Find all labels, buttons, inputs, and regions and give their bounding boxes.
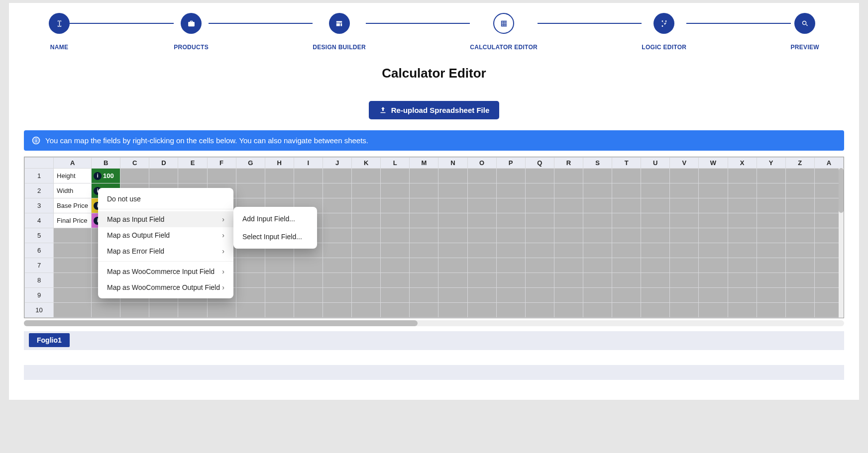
cell[interactable]	[381, 169, 410, 183]
cell[interactable]	[670, 228, 699, 243]
cell[interactable]	[381, 273, 410, 288]
column-header[interactable]: L	[381, 158, 410, 169]
cell[interactable]	[236, 273, 265, 288]
cell[interactable]	[467, 228, 496, 243]
cell[interactable]	[381, 183, 410, 198]
cell[interactable]	[236, 258, 265, 273]
cell[interactable]	[641, 258, 670, 273]
cell[interactable]	[785, 273, 814, 288]
step-products[interactable]: PRODUCTS	[174, 13, 209, 51]
row-header[interactable]: 2	[25, 183, 54, 198]
cell[interactable]	[525, 273, 554, 288]
cell[interactable]	[496, 198, 525, 213]
cell[interactable]	[294, 273, 323, 288]
cell[interactable]	[352, 243, 381, 258]
context-submenu[interactable]: Add Input Field... Select Input Field...	[233, 207, 317, 249]
horizontal-scrollbar[interactable]	[24, 320, 844, 326]
cell[interactable]	[381, 198, 410, 213]
briefcase-icon[interactable]	[181, 13, 202, 34]
cell[interactable]	[699, 288, 728, 303]
cell[interactable]	[54, 273, 92, 288]
cell[interactable]	[352, 303, 381, 318]
cell[interactable]	[352, 288, 381, 303]
cell[interactable]	[352, 273, 381, 288]
cell[interactable]	[554, 169, 583, 183]
cell[interactable]	[757, 228, 785, 243]
menu-map-output-field[interactable]: Map as Output Field ›	[98, 227, 233, 243]
column-header[interactable]: P	[496, 158, 525, 169]
cell[interactable]	[699, 198, 728, 213]
cell[interactable]	[554, 288, 583, 303]
row-header[interactable]: 5	[25, 228, 54, 243]
row-header[interactable]: 9	[25, 288, 54, 303]
cell[interactable]	[757, 288, 785, 303]
column-header[interactable]: A	[814, 158, 843, 169]
cell[interactable]	[410, 183, 438, 198]
cell[interactable]	[612, 198, 641, 213]
cell[interactable]	[438, 213, 467, 228]
row-header[interactable]: 7	[25, 258, 54, 273]
cell[interactable]	[670, 183, 699, 198]
column-header[interactable]: F	[207, 158, 236, 169]
cell[interactable]	[757, 303, 785, 318]
menu-map-wc-input-field[interactable]: Map as WooCommerce Input Field ›	[98, 264, 233, 279]
cell[interactable]	[410, 243, 438, 258]
cell[interactable]	[410, 198, 438, 213]
cell[interactable]	[670, 213, 699, 228]
search-icon[interactable]	[794, 13, 815, 34]
row-header[interactable]: 10	[25, 303, 54, 318]
cell[interactable]	[496, 303, 525, 318]
cell[interactable]	[699, 243, 728, 258]
cell[interactable]	[785, 288, 814, 303]
reupload-spreadsheet-button[interactable]: Re-upload Spreadsheet File	[369, 101, 500, 119]
column-header[interactable]: H	[265, 158, 294, 169]
cell[interactable]	[410, 273, 438, 288]
column-header[interactable]: V	[670, 158, 699, 169]
column-header[interactable]: R	[554, 158, 583, 169]
cell[interactable]	[525, 288, 554, 303]
cell[interactable]	[670, 303, 699, 318]
step-calculator-editor[interactable]: CALCULATOR EDITOR	[470, 13, 538, 51]
cell[interactable]	[525, 169, 554, 183]
cell[interactable]	[410, 228, 438, 243]
cell[interactable]	[554, 213, 583, 228]
cell[interactable]	[381, 258, 410, 273]
cell[interactable]	[54, 258, 92, 273]
cell[interactable]	[323, 243, 351, 258]
column-header[interactable]: B	[92, 158, 120, 169]
cell[interactable]	[207, 303, 236, 318]
cell[interactable]	[641, 183, 670, 198]
column-header[interactable]: O	[467, 158, 496, 169]
cell[interactable]	[381, 228, 410, 243]
cell[interactable]	[352, 198, 381, 213]
cell[interactable]	[554, 183, 583, 198]
cell[interactable]	[438, 169, 467, 183]
cell[interactable]	[728, 228, 757, 243]
context-menu[interactable]: Do not use Map as Input Field › Map as O…	[98, 188, 233, 298]
cell[interactable]	[612, 228, 641, 243]
cell[interactable]	[583, 303, 612, 318]
step-logic-editor[interactable]: LOGIC EDITOR	[642, 13, 686, 51]
cell[interactable]	[467, 213, 496, 228]
cell[interactable]: Height	[54, 169, 92, 183]
cell[interactable]	[236, 169, 265, 183]
step-preview[interactable]: PREVIEW	[791, 13, 819, 51]
cell[interactable]	[265, 258, 294, 273]
cell[interactable]	[612, 213, 641, 228]
cell[interactable]	[728, 198, 757, 213]
cell[interactable]	[178, 303, 207, 318]
cell[interactable]	[583, 288, 612, 303]
cell[interactable]	[352, 213, 381, 228]
cell[interactable]	[641, 213, 670, 228]
cell[interactable]	[496, 228, 525, 243]
column-header[interactable]: N	[438, 158, 467, 169]
cell[interactable]	[120, 169, 149, 183]
cell[interactable]	[352, 169, 381, 183]
cell[interactable]	[265, 273, 294, 288]
cell[interactable]	[757, 273, 785, 288]
cell[interactable]	[641, 303, 670, 318]
cell[interactable]	[381, 213, 410, 228]
cell[interactable]	[410, 213, 438, 228]
cell[interactable]	[612, 243, 641, 258]
cell[interactable]	[294, 183, 323, 198]
